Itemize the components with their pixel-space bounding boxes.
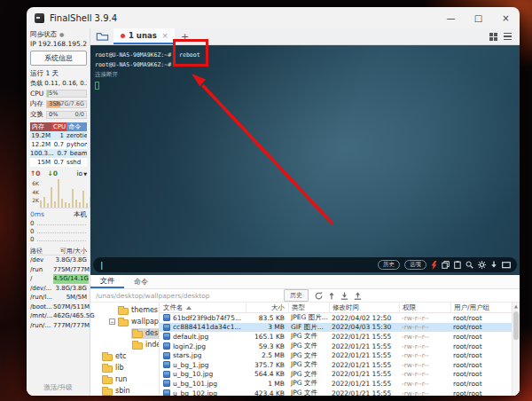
folder-icon — [118, 308, 129, 315]
layout-grid-icon[interactable] — [489, 33, 497, 41]
current-path[interactable]: /unas/desktop/wallpapers/desktop — [96, 292, 284, 300]
scrollbar-thumb[interactable] — [513, 311, 519, 340]
download-file-icon[interactable] — [340, 292, 348, 300]
io-bar — [43, 197, 45, 208]
tree-item-lib[interactable]: lib — [90, 362, 159, 373]
disk-row[interactable]: /dev3.8G/3.8G — [30, 256, 87, 265]
column-type[interactable]: 类型 — [288, 303, 329, 312]
file-row[interactable]: u_bg_101.jpg1 MBJPG 文件2022/01/21 15:55-r… — [160, 379, 512, 389]
meter-detail: 0/0 — [75, 112, 84, 118]
sync-status-row[interactable]: 同步状态 ● — [30, 29, 87, 39]
file-row[interactable]: u_bg_102.jpg423.4 KBJPG 文件2022/01/21 15:… — [160, 389, 512, 396]
dotted-leader — [37, 232, 86, 233]
disk-size-header[interactable]: 可用/大小 — [53, 247, 87, 255]
tree-item-etc[interactable]: etc — [90, 350, 159, 362]
tab-close-icon[interactable]: × — [162, 32, 168, 40]
process-row[interactable]: 15M0.7sshd — [30, 158, 87, 167]
download-arrow-icon[interactable] — [490, 261, 497, 269]
file-name: cc8884141da34c1... — [173, 323, 241, 331]
path-history-button[interactable]: 历史 — [284, 289, 309, 302]
file-row[interactable]: 61bdf23f9db74f75...83.5 KBJPEG 图片...2022… — [160, 313, 512, 323]
disk-row[interactable]: /dev/...3.8G/3.8G — [30, 284, 87, 294]
disk-row[interactable]: /boot...507M/511M — [30, 303, 87, 312]
settings-gear-icon[interactable] — [478, 261, 486, 269]
tree-item-inner: index — [131, 340, 160, 350]
process-header-cell[interactable]: CPU — [51, 122, 66, 131]
file-list-scrollbar[interactable]: ▲ — [512, 303, 520, 396]
disk-path-header[interactable]: 路径 — [30, 247, 53, 255]
file-type: JPEG 图片... — [288, 313, 329, 322]
collapse-minus-icon[interactable]: − — [109, 318, 115, 325]
terminal[interactable]: root@U-NAS-90MA9K6Z:~#reboot root@U-NAS-… — [90, 45, 520, 275]
image-file-icon — [163, 333, 170, 340]
disk-row[interactable]: /run/...777M/777M — [30, 321, 87, 331]
search-icon[interactable] — [466, 261, 473, 269]
titlebar[interactable]: FinalShell 3.9.4 — □ × — [27, 7, 520, 28]
file-perm: -rw-r--r-- — [399, 361, 450, 369]
column-size[interactable]: 大小 — [246, 303, 288, 312]
close-button[interactable]: × — [492, 7, 520, 28]
file-row[interactable]: login2.jpg59.3 KBJPG 文件2022/01/21 15:55-… — [160, 342, 512, 351]
refresh-icon[interactable] — [315, 292, 323, 300]
minimize-button[interactable]: — — [437, 7, 465, 28]
file-owner: root/root — [450, 389, 512, 396]
disk-row[interactable]: /4.5G/14.1G — [30, 274, 87, 284]
tree-item-desktop[interactable]: desktop — [90, 327, 159, 339]
tree-item-run[interactable]: run — [90, 373, 159, 385]
tab-commands[interactable]: 命令 — [124, 275, 158, 288]
io-bar — [51, 187, 52, 208]
column-mtime[interactable]: 修改时间 — [329, 303, 399, 312]
fullscreen-monitor-icon[interactable] — [502, 262, 511, 269]
history-button[interactable]: 历史 — [378, 260, 400, 271]
disk-row[interactable]: /mnt/...462G/465.5G — [30, 311, 87, 321]
column-perm[interactable]: 权限 — [399, 303, 450, 312]
parent-folder-icon[interactable] — [328, 292, 335, 300]
tree-item-index[interactable]: index — [90, 339, 159, 350]
command-input-bar[interactable]: | 历史 选项 — [93, 257, 517, 272]
process-row[interactable]: 19.2M1zerotier- — [30, 131, 87, 140]
options-button[interactable]: 选项 — [404, 260, 426, 271]
tree-item-themes[interactable]: themes — [90, 304, 159, 316]
download-rate: 0 — [53, 169, 58, 177]
file-row[interactable]: stars.jpg2.5 MBJPG 文件2022/01/21 15:55-rw… — [160, 350, 512, 360]
file-row[interactable]: default.jpg165.1 KBJPG 文件2022/01/21 15:5… — [160, 332, 512, 342]
upload-file-icon[interactable] — [354, 292, 362, 300]
uptime-label: 运行 1 天 — [30, 68, 87, 78]
copy-icon[interactable] — [442, 261, 450, 269]
open-folder-icon — [96, 31, 109, 42]
process-header-cell[interactable]: 内存 — [30, 122, 51, 131]
file-row[interactable]: cc8884141da34c1...3 MBGIF 图片...2022/04/0… — [160, 323, 512, 333]
tree-item-wallpapers[interactable]: −wallpapers — [90, 316, 159, 327]
maximize-button[interactable]: □ — [465, 7, 492, 28]
file-mtime: 2022/01/21 15:55 — [329, 380, 399, 388]
process-row[interactable]: 100.3...0.7beam.sm — [30, 149, 87, 158]
file-type: GIF 图片... — [288, 323, 329, 332]
disk-row[interactable]: /run/l...5M/5M — [30, 293, 87, 303]
file-row[interactable]: u_bg_1.jpg375.7 KBJPG 文件2022/01/21 15:55… — [160, 360, 512, 370]
disk-size: 4.5G/14.1G — [53, 274, 89, 284]
file-type: JPG 文件 — [288, 379, 329, 388]
hamburger-menu-icon[interactable] — [504, 33, 512, 41]
column-name[interactable]: 文件名 — [160, 303, 246, 312]
tree-item-sbin[interactable]: sbin — [90, 385, 159, 396]
file-name: 61bdf23f9db74f75... — [173, 314, 241, 322]
paste-icon[interactable] — [454, 261, 461, 269]
process-header-cell[interactable]: 命令 — [66, 122, 87, 131]
chevron-down-icon[interactable]: ▼ — [83, 171, 87, 177]
connection-manager-button[interactable] — [90, 28, 113, 44]
file-row[interactable]: u_bg_10.jpg564.4 KBJPG 文件2022/01/21 15:5… — [160, 370, 512, 380]
tab-unas[interactable]: 1 unas × — [113, 28, 175, 44]
file-size: 59.3 KB — [246, 342, 288, 350]
disk-path: /run — [30, 265, 53, 275]
disk-row[interactable]: /run775M/777M — [30, 265, 87, 275]
iface-selector[interactable]: io — [76, 169, 82, 177]
tab-files[interactable]: 文件 — [90, 275, 124, 288]
system-info-button[interactable]: 系统信息 — [30, 51, 87, 66]
io-bar — [75, 200, 77, 208]
activate-upgrade-link[interactable]: 激活/升级 — [27, 383, 90, 392]
quick-command-icon[interactable] — [431, 261, 437, 270]
column-owner[interactable]: 用户/用户组 — [450, 303, 512, 312]
io-bar — [54, 201, 56, 208]
scroll-up-icon[interactable]: ▲ — [512, 303, 520, 311]
process-row[interactable]: 12.2M0.7python3 — [30, 140, 87, 149]
